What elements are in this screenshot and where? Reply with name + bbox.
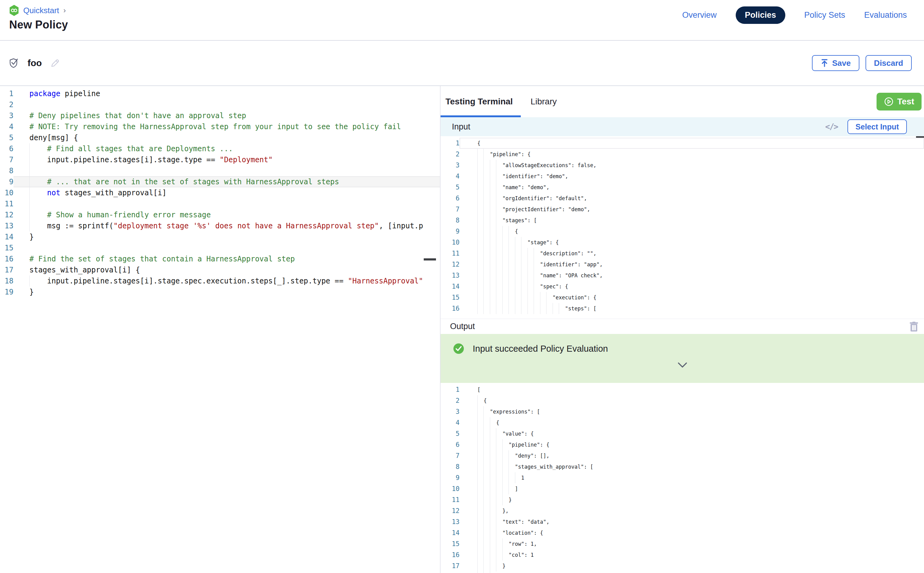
output-section-header: Output [440, 319, 924, 334]
rego-policy-editor[interactable]: 1package pipeline23# Deny pipelines that… [0, 86, 440, 573]
code-line[interactable]: 17stages_with_approval[i] { [0, 265, 440, 276]
code-line[interactable]: 11 [0, 198, 440, 209]
test-button[interactable]: Test [877, 93, 922, 111]
code-line[interactable]: 15 "execution": { [440, 292, 924, 303]
code-line[interactable]: 15 [0, 243, 440, 254]
code-line[interactable]: 2 [0, 99, 440, 110]
line-number: 15 [0, 243, 14, 254]
line-number: 7 [440, 204, 460, 215]
code-line[interactable]: 14} [0, 232, 440, 243]
line-number: 12 [440, 506, 460, 517]
upload-arrow-icon [821, 59, 828, 67]
code-line[interactable]: 4 "identifier": "demo", [440, 171, 924, 182]
code-line[interactable]: 6 # Find all stages that are Deployments… [0, 143, 440, 154]
clear-output-trash-icon[interactable] [909, 321, 919, 332]
code-line[interactable]: 8 "stages_with_approval": [ [440, 461, 924, 472]
code-line[interactable]: 3# Deny pipelines that don't have an app… [0, 110, 440, 121]
edit-name-pencil-icon[interactable] [50, 58, 60, 68]
line-number: 6 [0, 143, 14, 154]
line-number: 16 [440, 303, 460, 314]
code-line[interactable]: 3 "expressions": [ [440, 406, 924, 417]
line-number: 4 [440, 171, 460, 182]
code-line[interactable]: 10 not stages_with_approval[i] [0, 187, 440, 198]
code-line[interactable]: 7 "projectIdentifier": "demo", [440, 204, 924, 215]
discard-button[interactable]: Discard [866, 55, 912, 71]
code-line[interactable]: 7 "deny": [], [440, 450, 924, 461]
code-line[interactable]: 4# NOTE: Try removing the HarnessApprova… [0, 121, 440, 132]
harness-project-logo-icon [9, 5, 19, 16]
code-line[interactable]: 1package pipeline [0, 88, 440, 99]
code-line[interactable]: 17 } [440, 560, 924, 571]
code-line[interactable]: 4 { [440, 417, 924, 428]
page-header: Quickstart › New Policy OverviewPolicies… [0, 0, 924, 41]
code-line[interactable]: 19} [0, 286, 440, 297]
line-number: 5 [0, 132, 14, 143]
code-line[interactable]: 1{ [440, 138, 924, 149]
code-line[interactable]: 18 } [440, 571, 924, 573]
nav-tab-evaluations[interactable]: Evaluations [864, 10, 907, 20]
code-line[interactable]: 11 } [440, 494, 924, 506]
tab-library[interactable]: Library [531, 97, 557, 106]
code-line[interactable]: 10 "stage": { [440, 237, 924, 248]
code-line[interactable]: 9 { [440, 226, 924, 237]
breadcrumb-project-link[interactable]: Quickstart [23, 6, 59, 15]
line-number: 6 [440, 439, 460, 450]
code-line[interactable]: 6 "pipeline": { [440, 439, 924, 450]
policy-name: foo [28, 58, 42, 68]
line-number: 11 [0, 198, 14, 209]
code-line[interactable]: 13 msg := sprintf("deployment stage '%s'… [0, 221, 440, 232]
code-line[interactable]: 5deny[msg] { [0, 132, 440, 143]
line-number: 3 [440, 406, 460, 417]
nav-tab-policy-sets[interactable]: Policy Sets [804, 10, 845, 20]
line-number: 2 [440, 395, 460, 406]
input-json-editor[interactable]: 1{2 "pipeline": {3 "allowStageExecutions… [440, 136, 924, 319]
line-number: 10 [440, 237, 460, 248]
policy-identity: foo [9, 57, 60, 69]
line-number: 11 [440, 494, 460, 506]
code-line[interactable]: 6 "orgIdentifier": "default", [440, 193, 924, 204]
code-line[interactable]: 5 "name": "demo", [440, 182, 924, 193]
line-number: 7 [0, 154, 14, 165]
code-line[interactable]: 3 "allowStageExecutions": false, [440, 160, 924, 171]
code-line[interactable]: 16 "steps": [ [440, 303, 924, 314]
line-number: 1 [440, 138, 460, 149]
code-line[interactable]: 2 "pipeline": { [440, 149, 924, 160]
tab-testing-terminal[interactable]: Testing Terminal [445, 97, 513, 106]
code-line[interactable]: 12 # Show a human-friendly error message [0, 209, 440, 221]
code-line[interactable]: 10 ] [440, 483, 924, 494]
line-number: 17 [0, 265, 14, 276]
line-number: 3 [0, 110, 14, 121]
code-line[interactable]: 9 # ... that are not in the set of stage… [0, 176, 440, 187]
code-line[interactable]: 18 input.pipeline.stages[i].stage.spec.e… [0, 276, 440, 286]
code-line[interactable]: 2 { [440, 395, 924, 406]
code-line[interactable]: 13 "text": "data", [440, 517, 924, 528]
code-line[interactable]: 1[ [440, 384, 924, 395]
code-line[interactable]: 16 "col": 1 [440, 550, 924, 560]
code-brackets-icon[interactable]: </> [825, 122, 838, 131]
nav-tab-overview[interactable]: Overview [682, 10, 717, 20]
expand-chevron-down-icon[interactable] [677, 362, 688, 369]
code-line[interactable]: 8 "stages": [ [440, 215, 924, 226]
code-line[interactable]: 7 input.pipeline.stages[i].stage.type ==… [0, 154, 440, 165]
output-json-editor[interactable]: 1[2 {3 "expressions": [4 {5 "value": {6 … [440, 383, 924, 573]
policy-toolbar: foo Save Discard [0, 41, 924, 86]
save-button[interactable]: Save [812, 55, 860, 71]
code-line[interactable]: 9 1 [440, 472, 924, 483]
code-line[interactable]: 12 "identifier": "app", [440, 259, 924, 270]
code-line[interactable]: 8 [0, 165, 440, 176]
code-line[interactable]: 12 }, [440, 506, 924, 517]
code-line[interactable]: 14 "spec": { [440, 281, 924, 292]
code-line[interactable]: 16# Find the set of stages that contain … [0, 254, 440, 265]
code-line[interactable]: 13 "name": "OPA check", [440, 270, 924, 281]
line-number: 12 [440, 259, 460, 270]
save-button-label: Save [832, 58, 851, 68]
select-input-button[interactable]: Select Input [847, 119, 907, 134]
line-number: 9 [440, 472, 460, 483]
code-line[interactable]: 5 "value": { [440, 428, 924, 439]
nav-tab-policies[interactable]: Policies [736, 6, 785, 24]
toolbar-actions: Save Discard [812, 55, 912, 71]
code-line[interactable]: 15 "row": 1, [440, 539, 924, 550]
code-line[interactable]: 11 "description": "", [440, 248, 924, 259]
banner-message: Input succeeded Policy Evaluation [473, 344, 608, 354]
code-line[interactable]: 14 "location": { [440, 528, 924, 539]
